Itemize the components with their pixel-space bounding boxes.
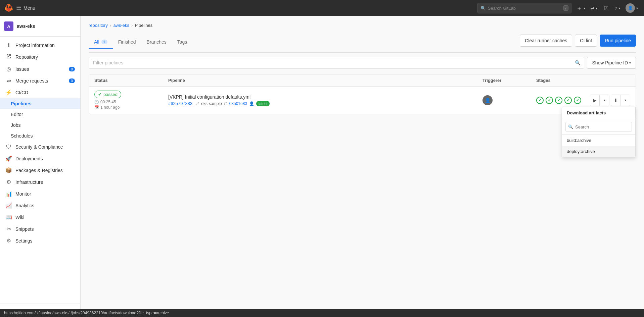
download-artifacts-button[interactable]: ⬇ xyxy=(611,95,620,106)
pipeline-title: [VKPR] Initial configuration defaults.ym… xyxy=(168,94,482,100)
col-stages: Stages xyxy=(536,78,590,83)
check-icon: ✔ xyxy=(98,92,102,97)
todos-button[interactable]: ☑ xyxy=(601,3,611,13)
pipeline-commit-link[interactable]: 08501e83 xyxy=(229,101,247,106)
download-group: ⬇ ▾ xyxy=(611,95,630,106)
pipeline-status-cell: ✔ passed 🕐 00:25:45 📅 1 hour ago xyxy=(94,91,168,110)
col-status: Status xyxy=(94,78,168,83)
pipeline-duration: 00:25:45 xyxy=(100,100,116,104)
sidebar-item-merge-requests[interactable]: ⇌ Merge requests 0 xyxy=(0,75,80,87)
project-header[interactable]: A aws-eks xyxy=(0,16,80,37)
filter-pipelines-bar[interactable]: 🔍 xyxy=(89,57,584,69)
filter-pipelines-input[interactable] xyxy=(89,60,571,65)
search-icon: 🔍 xyxy=(480,6,486,11)
stage-1-icon[interactable]: ✔ xyxy=(536,97,544,104)
stage-4-icon[interactable]: ✔ xyxy=(564,97,572,104)
topnav-actions: ＋ ▾ ⇌ ▾ ☑ ? ▾ 👤 ▾ xyxy=(574,3,640,13)
run-pipeline-action-button[interactable]: ▶ xyxy=(590,95,600,106)
sidebar-item-jobs[interactable]: Jobs xyxy=(0,120,80,130)
chevron-down-icon4: ▾ xyxy=(636,6,638,10)
ci-lint-button[interactable]: CI lint xyxy=(575,35,597,47)
help-button[interactable]: ? ▾ xyxy=(613,3,622,13)
sidebar-item-security[interactable]: 🛡 Security & Compliance xyxy=(0,141,80,153)
stage-3-icon[interactable]: ✔ xyxy=(555,97,562,104)
sidebar-item-infrastructure[interactable]: ⚙ Infrastructure xyxy=(0,176,80,188)
pipelines-table: Status Pipeline Triggerer Stages ✔ passe… xyxy=(89,74,636,114)
table-row: ✔ passed 🕐 00:25:45 📅 1 hour ago xyxy=(89,87,636,114)
sidebar-item-issues[interactable]: ◎ Issues 0 xyxy=(0,63,80,75)
chevron-down-icon6: ▾ xyxy=(604,98,605,102)
col-triggerer: Triggerer xyxy=(482,78,536,83)
download-dropdown-arrow[interactable]: ▾ xyxy=(620,95,630,106)
run-dropdown-arrow[interactable]: ▾ xyxy=(600,95,609,106)
search-input[interactable] xyxy=(488,6,561,11)
sidebar-item-analytics[interactable]: 📈 Analytics xyxy=(0,200,80,211)
sidebar-item-pipelines[interactable]: Pipelines xyxy=(0,98,80,109)
chevron-down-icon2: ▾ xyxy=(596,6,597,10)
breadcrumb-current: Pipelines xyxy=(135,23,152,28)
sidebar-item-label: Monitor xyxy=(15,191,31,197)
merge-requests-nav[interactable]: ⇌ ▾ xyxy=(589,3,599,13)
issues-icon: ◎ xyxy=(5,66,12,72)
sidebar-item-editor[interactable]: Editor xyxy=(0,109,80,120)
user-menu[interactable]: 👤 ▾ xyxy=(624,3,640,13)
dropdown-item-build-archive[interactable]: build:archive xyxy=(562,135,635,146)
sidebar-item-project-information[interactable]: ℹ Project information xyxy=(0,39,80,51)
sidebar-item-label: Wiki xyxy=(15,215,24,220)
dropdown-search-input[interactable] xyxy=(565,122,632,132)
pipeline-tabs: All 1 Finished Branches Tags xyxy=(89,36,520,48)
sidebar-sub-label: Editor xyxy=(11,112,23,117)
clear-runner-caches-label: Clear runner caches xyxy=(525,38,567,43)
stage-5-icon[interactable]: ✔ xyxy=(574,97,581,104)
triggerer-icon: 👤 xyxy=(485,98,491,103)
tab-all-count: 1 xyxy=(101,40,107,44)
sidebar-item-settings[interactable]: ⚙ Settings xyxy=(0,235,80,247)
sidebar-item-label: Merge requests xyxy=(15,78,48,84)
statusbar: https://gitlab.com/sjflausino/aws-eks/-/… xyxy=(0,309,644,317)
tab-tags-label: Tags xyxy=(177,39,187,45)
latest-badge: latest xyxy=(256,101,270,106)
calendar-icon: 📅 xyxy=(94,105,99,110)
pipeline-id-link[interactable]: #625797883 xyxy=(168,101,192,106)
breadcrumb-sep-1: › xyxy=(110,23,111,28)
sidebar-item-snippets[interactable]: ✂ Snippets xyxy=(0,223,80,235)
sidebar-item-repository[interactable]: Repository xyxy=(0,51,80,63)
sidebar-item-monitor[interactable]: 📊 Monitor xyxy=(0,188,80,200)
user-initial: 👤 xyxy=(628,6,633,10)
security-icon: 🛡 xyxy=(5,144,12,150)
statusbar-url[interactable]: https://gitlab.com/sjflausino/aws-eks/-/… xyxy=(4,311,169,315)
chevron-down-icon3: ▾ xyxy=(618,6,620,10)
col-pipeline: Pipeline xyxy=(168,78,482,83)
merge-icon: ⇌ xyxy=(591,6,594,11)
run-download-group: ▶ ▾ xyxy=(590,95,609,106)
help-icon: ? xyxy=(615,6,617,11)
new-item-button[interactable]: ＋ ▾ xyxy=(574,3,587,13)
hamburger-menu[interactable]: ☰ Menu xyxy=(16,4,35,12)
pipeline-actions-cell: ▶ ▾ ⬇ ▾ xyxy=(590,95,630,106)
tab-tags[interactable]: Tags xyxy=(172,36,193,49)
col-actions xyxy=(590,78,630,83)
issues-badge: 0 xyxy=(69,67,75,71)
run-pipeline-button[interactable]: Run pipeline xyxy=(600,35,636,47)
show-pipeline-id-button[interactable]: Show Pipeline ID ▾ xyxy=(587,57,636,69)
sidebar-item-wiki[interactable]: 📖 Wiki xyxy=(0,211,80,223)
snippets-icon: ✂ xyxy=(5,226,12,232)
breadcrumb-repository[interactable]: repository xyxy=(89,23,108,28)
project-avatar: A xyxy=(4,21,13,31)
sidebar-item-cicd[interactable]: ⚡ CI/CD xyxy=(0,87,80,98)
tab-finished[interactable]: Finished xyxy=(113,36,141,49)
tab-all[interactable]: All 1 xyxy=(89,36,113,49)
dropdown-item-deploy-archive[interactable]: deploy:archive xyxy=(562,146,635,157)
clear-runner-caches-button[interactable]: Clear runner caches xyxy=(520,35,572,47)
sidebar-item-packages[interactable]: 📦 Packages & Registries xyxy=(0,164,80,176)
tab-branches[interactable]: Branches xyxy=(141,36,172,49)
stage-2-icon[interactable]: ✔ xyxy=(546,97,553,104)
global-search[interactable]: 🔍 / xyxy=(477,3,571,13)
main-content: repository › aws-eks › Pipelines All 1 F… xyxy=(81,16,644,317)
sidebar-item-schedules[interactable]: Schedules xyxy=(0,130,80,141)
chevron-down-icon5: ▾ xyxy=(629,61,631,65)
breadcrumb-aws-eks[interactable]: aws-eks xyxy=(113,23,129,28)
sidebar-item-deployments[interactable]: 🚀 Deployments xyxy=(0,153,80,164)
cicd-icon: ⚡ xyxy=(5,89,12,96)
sidebar-item-label: Issues xyxy=(15,66,29,72)
